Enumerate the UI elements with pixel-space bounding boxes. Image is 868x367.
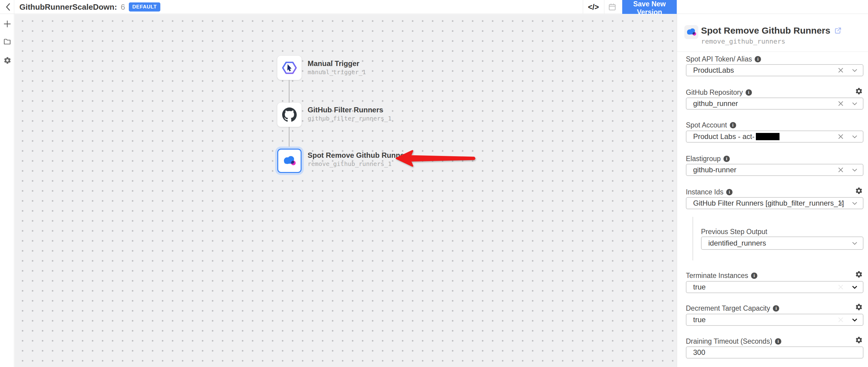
edge-connector	[289, 127, 289, 149]
node-title: GitHub Filter Runners	[308, 106, 383, 114]
chevron-left-icon	[4, 2, 12, 11]
chevron-down-icon[interactable]	[851, 240, 858, 246]
top-bar: GithubRunnerScaleDown: 6 DEFAULT </> Sav…	[0, 0, 868, 14]
code-icon: </>	[588, 3, 599, 11]
spot-account-select[interactable]: Product Labs - act-	[686, 131, 864, 143]
field-settings-gear-icon[interactable]	[855, 187, 863, 195]
github-icon	[282, 107, 297, 122]
panel-title: Spot Remove Github Runners	[701, 26, 830, 36]
info-icon[interactable]: i	[746, 89, 752, 96]
elastigroup-select[interactable]: github-runner	[686, 164, 864, 176]
code-view-button[interactable]: </>	[587, 2, 600, 12]
field-label-draining-timeout: Draining Timeout (Seconds) i	[686, 337, 781, 345]
divider	[14, 0, 14, 14]
node-id: manual_trigger_1	[308, 68, 366, 76]
clear-icon[interactable]	[837, 67, 844, 74]
spot-logo-icon	[282, 154, 297, 168]
field-label-decrement-target-capacity: Decrement Target Capacity i	[686, 304, 779, 312]
info-icon[interactable]: i	[730, 122, 736, 128]
clear-icon[interactable]	[837, 200, 844, 206]
page-title: GithubRunnerScaleDown:	[20, 2, 117, 12]
github-repository-select[interactable]: github_runner	[686, 98, 864, 110]
chevron-down-icon[interactable]	[851, 284, 858, 290]
workflow-editor: GithubRunnerScaleDown: 6 DEFAULT </> Sav…	[0, 0, 868, 367]
spot-logo-icon	[686, 27, 697, 38]
nested-field-indent-line	[692, 217, 693, 260]
workflow-canvas[interactable]: Manual Trigger manual_trigger_1 GitHub F…	[14, 14, 677, 367]
field-label-terminate-instances: Terminate Instances i	[686, 272, 757, 280]
clear-icon[interactable]	[837, 100, 844, 107]
edge-connector	[289, 80, 289, 103]
draining-timeout-input[interactable]: 300	[686, 346, 864, 359]
info-icon[interactable]: i	[726, 189, 733, 195]
workflow-version: 6	[121, 2, 125, 12]
chevron-down-icon[interactable]	[851, 316, 858, 323]
field-settings-gear-icon[interactable]	[855, 87, 863, 95]
clear-icon[interactable]	[837, 167, 844, 173]
back-button[interactable]	[2, 1, 14, 12]
clear-icon	[837, 316, 844, 323]
chevron-down-icon[interactable]	[851, 100, 858, 107]
calendar-icon	[608, 3, 616, 11]
node-id: github_filter_runners_1	[308, 115, 392, 122]
info-icon[interactable]: i	[723, 156, 730, 162]
settings-button[interactable]	[3, 56, 12, 65]
annotation-arrow	[395, 150, 476, 167]
info-icon[interactable]: i	[751, 272, 757, 279]
field-label-spot-account: Spot Account i	[686, 121, 736, 129]
chevron-down-icon[interactable]	[851, 167, 858, 173]
field-settings-gear-icon[interactable]	[855, 270, 863, 278]
node-config-panel: Spot Remove Github Runners remove_github…	[677, 14, 868, 367]
schedule-button[interactable]	[607, 2, 618, 11]
default-badge: DEFAULT	[129, 2, 161, 11]
workflow-title-group: GithubRunnerScaleDown: 6 DEFAULT	[20, 0, 160, 14]
field-settings-gear-icon[interactable]	[855, 336, 863, 344]
node-title: Manual Trigger	[308, 59, 360, 68]
field-label-github-repository: GitHub Repository i	[686, 89, 752, 97]
field-label-previous-step-output: Previous Step Output	[701, 228, 767, 236]
clear-icon	[837, 284, 844, 290]
field-settings-gear-icon[interactable]	[855, 303, 863, 311]
spot-api-token-select[interactable]: ProductLabs	[686, 64, 864, 76]
chevron-down-icon[interactable]	[851, 200, 858, 206]
node-id: remove_github_runners_1	[308, 160, 392, 167]
node-github-filter-runners[interactable]	[277, 103, 302, 127]
info-icon[interactable]: i	[775, 338, 781, 344]
panel-node-icon-box	[684, 25, 698, 39]
field-label-instance-ids: Instance Ids i	[686, 188, 733, 196]
instance-ids-select[interactable]: GitHub Filter Runners [github_filter_run…	[686, 197, 864, 209]
node-manual-trigger[interactable]	[277, 56, 302, 80]
files-button[interactable]	[3, 37, 12, 46]
chevron-down-icon[interactable]	[851, 133, 858, 140]
add-node-button[interactable]	[3, 20, 12, 29]
left-toolbar	[0, 14, 14, 367]
node-spot-remove-github-runners[interactable]	[277, 149, 302, 173]
info-icon[interactable]: i	[755, 56, 761, 62]
field-label-spot-api-token: Spot API Token/ Alias i	[686, 55, 761, 63]
plus-icon	[3, 20, 11, 28]
save-new-version-button[interactable]: Save New Version	[622, 0, 677, 14]
field-label-elastigroup: Elastigroup i	[686, 155, 730, 163]
panel-node-id: remove_github_runners	[701, 38, 785, 45]
redacted-value	[756, 133, 779, 140]
chevron-down-icon[interactable]	[851, 67, 858, 74]
manual-trigger-icon	[282, 60, 297, 76]
divider	[583, 0, 583, 14]
divider	[677, 52, 868, 52]
decrement-target-capacity-select[interactable]: true	[686, 314, 864, 326]
terminate-instances-select[interactable]: true	[686, 281, 864, 293]
previous-step-output-select[interactable]: identified_runners	[701, 236, 864, 250]
clear-icon[interactable]	[837, 133, 844, 140]
external-link-icon[interactable]	[834, 27, 842, 35]
gear-icon	[3, 56, 11, 65]
folder-icon	[3, 37, 11, 46]
info-icon[interactable]: i	[773, 305, 779, 311]
